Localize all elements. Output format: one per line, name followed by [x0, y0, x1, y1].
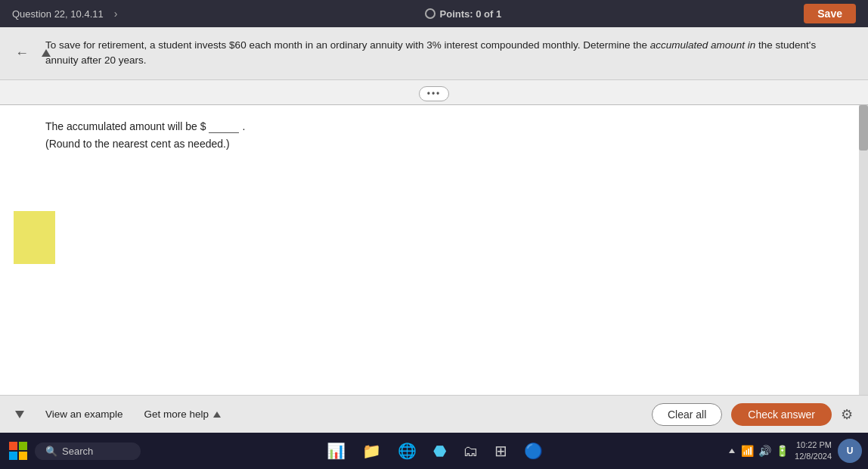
bottom-right: Clear all Check answer ⚙	[652, 403, 853, 426]
taskbar-icon-folder[interactable]: 📁	[358, 440, 386, 461]
taskbar-icon-browser[interactable]: 🌐	[393, 440, 421, 461]
settings-icon[interactable]: ⚙	[841, 406, 853, 423]
time-text: 10:22 PM	[795, 439, 832, 451]
volume-icon: 🔊	[758, 445, 771, 457]
search-icon: 🔍	[45, 446, 57, 457]
taskbar-icon-file[interactable]: 📊	[322, 440, 350, 461]
points-area: Points: 0 of 1	[425, 8, 502, 20]
scroll-indicator[interactable]	[859, 105, 868, 396]
clear-all-button[interactable]: Clear all	[652, 403, 722, 426]
taskbar: 🔍 Search 📊 📁 🌐 ⬣ 🗂 ⊞ 🔵 📶 🔊 🔋 10:22 PM 12…	[0, 433, 868, 469]
taskbar-center: 📊 📁 🌐 ⬣ 🗂 ⊞ 🔵	[322, 440, 547, 461]
view-example-link[interactable]: View an example	[45, 408, 123, 420]
answer-suffix: .	[242, 120, 245, 132]
back-arrow-button[interactable]: ←	[15, 45, 29, 61]
save-button[interactable]: Save	[804, 4, 856, 23]
taskbar-left: 🔍 Search	[6, 439, 141, 463]
taskbar-search-label: Search	[62, 446, 93, 457]
user-avatar[interactable]: U	[838, 439, 862, 463]
windows-start-button[interactable]	[6, 439, 30, 463]
scroll-down-icon	[15, 411, 24, 418]
get-more-help-chevron	[213, 412, 221, 418]
scroll-up-icon	[42, 49, 51, 57]
taskbar-right: 📶 🔊 🔋 10:22 PM 12/8/2024 U	[729, 439, 862, 463]
main-content: ← To save for retirement, a student inve…	[0, 27, 868, 433]
answer-line: The accumulated amount will be $ .	[45, 120, 823, 133]
sticky-note	[14, 211, 55, 264]
question-header: ← To save for retirement, a student inve…	[0, 27, 868, 80]
sys-icons: 📶 🔊 🔋	[741, 445, 789, 457]
nav-next-button[interactable]: ›	[110, 6, 122, 21]
top-bar-left: Question 22, 10.4.11 ›	[12, 6, 122, 21]
question-text: To save for retirement, a student invest…	[45, 38, 823, 69]
top-bar: Question 22, 10.4.11 › Points: 0 of 1 Sa…	[0, 0, 868, 27]
time-display: 10:22 PM 12/8/2024	[795, 439, 832, 463]
taskbar-icon-grid[interactable]: ⊞	[490, 440, 512, 461]
ellipsis-button[interactable]: •••	[419, 86, 450, 101]
taskbar-search-box[interactable]: 🔍 Search	[35, 443, 141, 460]
answer-prefix: The accumulated amount will be $	[45, 120, 206, 132]
taskbar-icon-app[interactable]: 🔵	[519, 440, 547, 461]
battery-icon: 🔋	[776, 445, 789, 457]
date-text: 12/8/2024	[795, 451, 832, 462]
bottom-bar: View an example Get more help Clear all …	[0, 395, 868, 433]
question-text-italic: accumulated amount in	[650, 39, 756, 51]
check-answer-button[interactable]: Check answer	[731, 403, 832, 426]
answer-input[interactable]	[209, 120, 239, 133]
question-text-part1: To save for retirement, a student invest…	[45, 39, 650, 51]
ellipsis-area: •••	[0, 80, 868, 105]
windows-icon	[9, 442, 27, 460]
points-circle-icon	[425, 8, 436, 19]
system-tray-chevron[interactable]	[729, 449, 735, 453]
round-note: (Round to the nearest cent as needed.)	[45, 138, 823, 150]
taskbar-icon-files[interactable]: 🗂	[458, 441, 482, 461]
get-more-help-link[interactable]: Get more help	[144, 408, 222, 420]
wifi-icon: 📶	[741, 445, 754, 457]
taskbar-icon-edge[interactable]: ⬣	[429, 440, 451, 461]
points-text: Points: 0 of 1	[440, 8, 502, 20]
scroll-thumb	[859, 105, 868, 151]
bottom-left: View an example Get more help	[15, 408, 221, 420]
answer-area: The accumulated amount will be $ . (Roun…	[0, 105, 868, 396]
question-label: Question 22, 10.4.11	[12, 8, 104, 20]
